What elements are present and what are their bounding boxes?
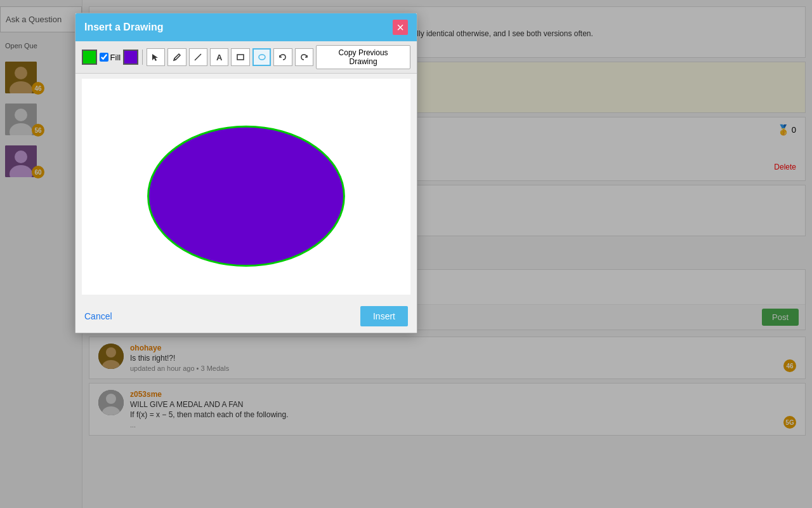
svg-point-18 [148,126,344,265]
drawing-toolbar: Fill A Copy Previous Drawing [75,41,417,74]
fill-checkbox-input[interactable] [100,53,108,62]
insert-button[interactable]: Insert [360,306,408,326]
fill-color-swatch[interactable] [123,50,138,65]
fill-label: Fill [110,53,121,62]
line-tool[interactable] [189,48,207,66]
fill-checkbox-label[interactable]: Fill [100,53,121,62]
modal-footer: Cancel Insert [75,300,417,333]
pencil-tool[interactable] [167,48,186,66]
text-tool[interactable]: A [210,48,228,66]
tool-separator [142,50,143,65]
redo-tool[interactable] [295,48,313,66]
drawing-svg [82,79,410,295]
svg-rect-16 [237,55,244,60]
undo-tool[interactable] [273,48,292,66]
ellipse-tool[interactable] [252,48,271,66]
stroke-color-swatch[interactable] [82,50,97,65]
modal-close-button[interactable]: × [393,20,408,35]
svg-point-17 [259,55,265,60]
modal-header: Insert a Drawing × [75,13,417,41]
drawing-modal: Insert a Drawing × Fill A [75,13,417,333]
drawing-canvas[interactable] [82,79,410,295]
copy-previous-button[interactable]: Copy Previous Drawing [316,45,410,69]
svg-line-15 [195,54,201,60]
cancel-button[interactable]: Cancel [84,311,112,321]
modal-title: Insert a Drawing [84,22,163,33]
rectangle-tool[interactable] [231,48,249,66]
cursor-tool[interactable] [147,48,165,66]
